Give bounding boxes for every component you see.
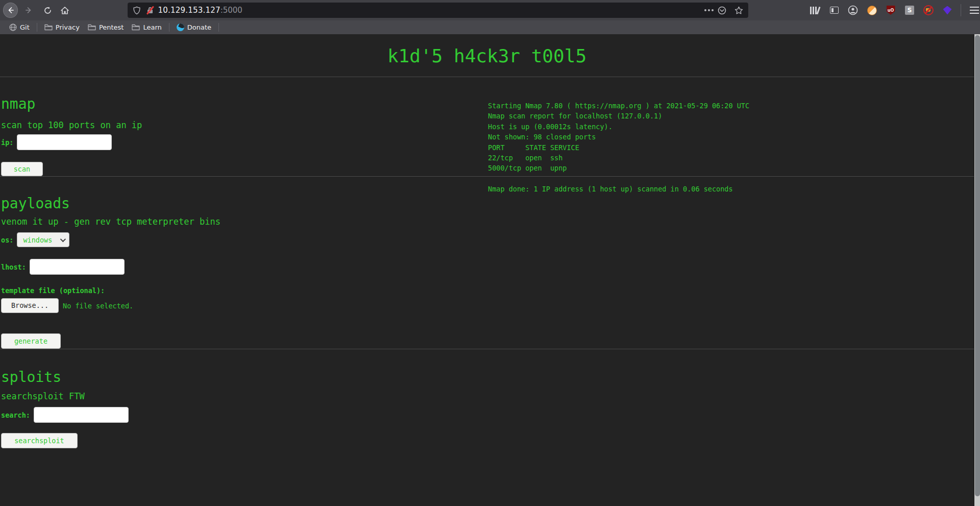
nmap-output: Starting Nmap 7.80 ( https://nmap.org ) … [488,101,749,195]
tracking-shield-icon[interactable] [133,6,141,15]
searchsploit-button[interactable]: searchsploit [1,433,78,448]
url-port: :5000 [220,6,242,15]
payloads-description: venom it up - gen rev tcp meterpreter bi… [1,216,974,227]
toolbar-separator [961,4,961,16]
payloads-section: payloads venom it up - gen rev tcp meter… [0,196,974,349]
bookmark-separator [218,23,219,32]
forward-arrow-icon [24,6,33,14]
url-bar[interactable]: 10.129.153.127 :5000 [128,3,748,18]
browser-navbar: 10.129.153.127 :5000 uO S [0,0,980,20]
search-label: search: [1,411,30,419]
bookmark-separator [169,23,169,32]
bookmark-git[interactable]: Git [5,22,34,33]
folder-icon [88,24,96,31]
purple-extension-icon[interactable] [942,5,953,16]
noscript-extension-icon[interactable] [923,5,934,16]
forward-button[interactable] [23,4,34,16]
foxyproxy-extension-icon[interactable] [866,5,877,16]
template-file-label: template file (optional): [1,286,974,295]
insecure-lock-icon[interactable] [146,6,154,14]
lhost-label: lhost: [1,263,26,271]
url-host: 10.129.153.127 [158,6,220,15]
menu-hamburger-icon[interactable] [969,5,980,16]
page-scrollbar[interactable] [974,34,980,506]
folder-icon [44,24,53,31]
home-icon [60,6,69,15]
lhost-input[interactable] [30,259,125,275]
ip-input[interactable] [17,134,112,150]
library-icon[interactable] [810,5,821,16]
home-button[interactable] [59,4,70,16]
os-selected-value: windows [23,236,60,244]
divider [0,77,974,77]
generate-button[interactable]: generate [1,333,61,349]
folder-icon [132,24,140,31]
browse-button[interactable]: Browse... [1,298,59,313]
bookmarks-bar: Git Privacy Pentest Learn Donate [0,20,980,34]
back-arrow-icon [7,6,15,14]
bookmark-label: Donate [187,23,211,31]
web-page: k1d'5 h4ck3r t00l5 nmap scan top 100 por… [0,34,974,506]
bookmark-folder-pentest[interactable]: Pentest [84,22,128,33]
back-button[interactable] [3,3,18,18]
bookmark-folder-privacy[interactable]: Privacy [40,22,84,33]
payloads-heading: payloads [1,196,974,212]
scrollbar-thumb[interactable] [975,35,980,496]
pocket-icon[interactable] [718,6,726,15]
sploits-section: sploits searchsploit FTW search: searchs… [0,369,974,448]
nmap-section: nmap scan top 100 ports on an ip ip: sca… [0,96,974,176]
chevron-down-icon [60,236,66,242]
bookmark-label: Learn [143,23,161,31]
ublock-extension-icon[interactable]: uO [885,5,896,16]
sploits-heading: sploits [1,369,974,385]
toolbar-right-icons: uO S [810,4,980,16]
nmap-description: scan top 100 ports on an ip [1,120,974,130]
os-label: os: [1,236,13,244]
s-extension-icon[interactable]: S [904,5,915,16]
nmap-heading: nmap [1,96,974,112]
bookmark-label: Privacy [56,23,80,31]
account-icon[interactable] [847,5,859,16]
os-select[interactable]: windows [17,232,69,247]
divider [0,176,974,177]
reload-icon [43,6,52,15]
no-file-selected-text: No file selected. [63,302,133,310]
scan-button[interactable]: scan [1,162,43,176]
donate-icon [177,23,184,31]
ip-label: ip: [1,138,13,147]
bookmark-label: Git [20,23,30,31]
page-title: k1d'5 h4ck3r t00l5 [0,44,974,67]
globe-icon [9,23,17,31]
sploits-description: searchsploit FTW [1,391,974,401]
bookmark-donate[interactable]: Donate [173,22,215,33]
bookmark-folder-learn[interactable]: Learn [128,22,165,33]
divider [0,349,974,349]
search-input[interactable] [34,407,129,423]
bookmark-label: Pentest [99,23,124,31]
sidebar-toggle-icon[interactable] [828,5,840,16]
reload-button[interactable] [42,4,53,16]
page-actions-icon[interactable] [704,9,706,11]
bookmark-star-icon[interactable] [734,6,743,15]
bookmark-separator [37,23,37,32]
